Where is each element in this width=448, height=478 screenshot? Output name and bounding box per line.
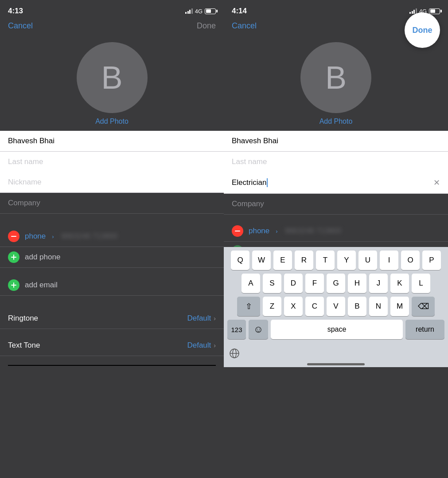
key-H[interactable]: H [348, 274, 366, 293]
right-nickname-clear-button[interactable]: ✕ [433, 178, 440, 188]
left-time: 4:13 [8, 7, 23, 16]
key-Q[interactable]: Q [231, 251, 249, 270]
key-E[interactable]: E [273, 251, 292, 270]
globe-icon[interactable] [229, 348, 240, 359]
right-add-phone-button[interactable] [232, 245, 243, 247]
left-phone-delete-button[interactable] [8, 231, 19, 242]
left-ringtone-value: Default [187, 314, 211, 323]
key-X[interactable]: X [284, 297, 303, 316]
key-M[interactable]: M [390, 297, 409, 316]
right-phone-row: phone › 9863248 713800 [224, 221, 448, 242]
key-backspace[interactable]: ⌫ [412, 297, 435, 316]
right-avatar-circle[interactable]: B [300, 42, 371, 113]
key-V[interactable]: V [327, 297, 345, 316]
key-I[interactable]: I [380, 251, 398, 270]
left-last-name-field[interactable]: Last name [8, 157, 43, 166]
key-space[interactable]: space [271, 320, 403, 339]
left-ringtone-row[interactable]: Ringtone Default › [0, 308, 224, 329]
key-emoji[interactable]: ☺ [249, 320, 268, 339]
keyboard: Q W E R T Y U I O P A S D F G H J K L ⇧ … [224, 247, 448, 344]
right-last-name-field[interactable]: Last name [232, 157, 267, 166]
left-phone-chevron-icon: › [52, 233, 54, 240]
key-O[interactable]: O [401, 251, 420, 270]
left-nickname-field[interactable]: Nickname [8, 178, 42, 187]
home-indicator-bar [307, 363, 365, 365]
right-avatar-section: B Add Photo [224, 35, 448, 131]
left-first-name-field[interactable]: Bhavesh Bhai [8, 137, 55, 145]
plus-icon [11, 255, 16, 260]
left-gray-section: Company phone › 9863248 713800 add phone [0, 193, 224, 478]
right-battery-icon [429, 8, 440, 14]
right-form: Bhavesh Bhai Last name [224, 131, 448, 172]
key-U[interactable]: U [358, 251, 377, 270]
left-avatar-circle[interactable]: B [77, 42, 148, 113]
right-avatar-letter: B [325, 59, 347, 96]
left-done-button[interactable]: Done [197, 21, 216, 31]
left-text-tone-value: Default [187, 341, 211, 350]
key-D[interactable]: D [284, 274, 303, 293]
key-T[interactable]: T [316, 251, 335, 270]
left-company-field[interactable]: Company [8, 199, 40, 207]
left-add-phone-label[interactable]: add phone [25, 253, 60, 262]
right-minus-icon [235, 231, 240, 231]
right-first-name-field[interactable]: Bhavesh Bhai [232, 137, 278, 145]
right-nickname-row: Electrician ✕ [224, 172, 448, 194]
keyboard-row-1: Q W E R T Y U I O P [226, 251, 446, 270]
left-first-name-row: Bhavesh Bhai [0, 131, 224, 152]
key-A[interactable]: A [242, 274, 260, 293]
key-P[interactable]: P [422, 251, 441, 270]
right-add-photo-button[interactable]: Add Photo [319, 118, 353, 125]
left-text-tone-label: Text Tone [8, 341, 40, 350]
left-last-name-row: Last name [0, 152, 224, 172]
key-K[interactable]: K [390, 274, 409, 293]
left-status-icons: 4G [185, 8, 216, 15]
right-phone-number[interactable]: 9863248 713800 [285, 227, 342, 235]
right-signal-icon [409, 8, 417, 14]
left-signal-icon [185, 8, 193, 14]
left-add-phone-button[interactable] [8, 251, 19, 263]
left-add-email-button[interactable] [8, 279, 19, 291]
key-J[interactable]: J [369, 274, 388, 293]
right-done-circle-button[interactable]: Done [405, 12, 440, 48]
key-Z[interactable]: Z [263, 297, 281, 316]
left-add-photo-button[interactable]: Add Photo [95, 118, 129, 125]
key-L[interactable]: L [412, 274, 430, 293]
right-phone-label[interactable]: phone [249, 227, 269, 235]
left-add-phone-row: add phone [0, 247, 224, 268]
left-phone-number[interactable]: 9863248 713800 [61, 232, 118, 241]
left-cancel-button[interactable]: Cancel [8, 21, 33, 31]
right-phone-delete-button[interactable] [232, 225, 243, 237]
left-form: Bhavesh Bhai Last name [0, 131, 224, 172]
key-R[interactable]: R [295, 251, 313, 270]
keyboard-bottom-area [224, 344, 448, 367]
right-cancel-button[interactable]: Cancel [232, 21, 257, 31]
key-W[interactable]: W [252, 251, 271, 270]
key-numbers[interactable]: 123 [227, 320, 246, 339]
key-S[interactable]: S [263, 274, 281, 293]
right-phone-chevron-icon: › [276, 228, 277, 235]
right-time: 4:14 [232, 7, 247, 16]
plus-email-icon [11, 282, 16, 288]
left-add-email-label[interactable]: add email [25, 281, 58, 290]
minus-icon [11, 236, 16, 237]
key-shift[interactable]: ⇧ [237, 297, 260, 316]
right-company-field[interactable]: Company [232, 200, 264, 208]
key-Y[interactable]: Y [337, 251, 356, 270]
left-ringtone-chevron-icon: › [214, 315, 216, 322]
left-phone-label[interactable]: phone [25, 232, 46, 241]
key-B[interactable]: B [348, 297, 366, 316]
key-C[interactable]: C [305, 297, 324, 316]
right-last-name-row: Last name [224, 152, 448, 172]
left-status-bar: 4:13 4G [0, 0, 224, 20]
left-nav-bar: Cancel Done [0, 20, 224, 35]
key-return[interactable]: return [405, 320, 444, 339]
left-text-tone-row[interactable]: Text Tone Default › [0, 335, 224, 356]
left-add-email-row: add email [0, 275, 224, 296]
keyboard-row-4: 123 ☺ space return [226, 320, 446, 339]
key-N[interactable]: N [369, 297, 388, 316]
right-nickname-field[interactable]: Electrician [232, 178, 266, 187]
key-F[interactable]: F [305, 274, 324, 293]
keyboard-row-3: ⇧ Z X C V B N M ⌫ [226, 297, 446, 316]
key-G[interactable]: G [327, 274, 345, 293]
right-panel: Done 4:14 4G Cancel B Add Photo [224, 0, 448, 478]
